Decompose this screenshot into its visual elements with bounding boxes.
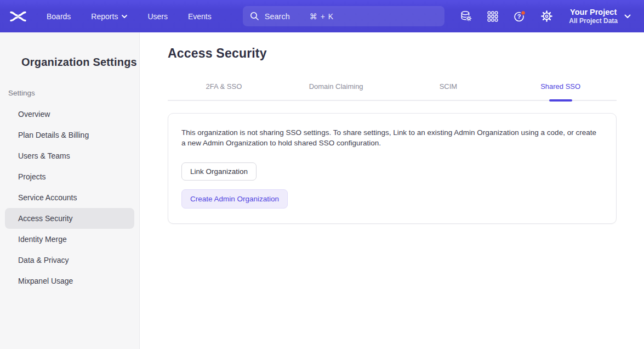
search-icon <box>250 12 259 21</box>
sidebar-title: Organization Settings <box>21 56 139 69</box>
apps-grid-icon[interactable] <box>486 10 499 23</box>
nav-right-group: ? Your Project All Project Data <box>459 7 631 25</box>
sidebar-nav: Overview Plan Details & Billing Users & … <box>0 104 139 291</box>
project-name: Your Project <box>569 7 618 17</box>
shared-sso-card: This organization is not sharing SSO set… <box>168 113 617 224</box>
svg-text:?: ? <box>517 13 521 20</box>
top-nav: Boards Reports Users Events ⌘ + K <box>0 0 644 32</box>
search-shortcut-hint: ⌘ + K <box>310 12 334 21</box>
sidebar-item-overview[interactable]: Overview <box>5 104 134 125</box>
project-switcher[interactable]: Your Project All Project Data <box>569 7 631 25</box>
page-title: Access Security <box>168 46 617 61</box>
sidebar-item-data-privacy[interactable]: Data & Privacy <box>5 250 134 271</box>
nav-item-label: Users <box>147 12 168 21</box>
main-content: Access Security 2FA & SSO Domain Claimin… <box>140 32 644 349</box>
sidebar-section-label: Settings <box>8 89 139 97</box>
help-icon[interactable]: ? <box>513 10 526 23</box>
sidebar-item-projects[interactable]: Projects <box>5 166 134 187</box>
sidebar-item-users-teams[interactable]: Users & Teams <box>5 145 134 166</box>
tab-scim[interactable]: SCIM <box>392 77 505 100</box>
nav-item-boards[interactable]: Boards <box>47 12 71 21</box>
nav-item-label: Reports <box>91 12 118 21</box>
data-management-icon[interactable] <box>459 10 472 23</box>
tab-2fa-sso[interactable]: 2FA & SSO <box>168 77 280 100</box>
primary-nav: Boards Reports Users Events <box>47 12 212 21</box>
nav-item-label: Events <box>188 12 212 21</box>
nav-item-events[interactable]: Events <box>188 12 212 21</box>
search-field[interactable] <box>265 12 304 21</box>
settings-gear-icon[interactable] <box>540 10 553 23</box>
notification-dot <box>521 10 526 15</box>
nav-item-label: Boards <box>47 12 71 21</box>
chevron-down-icon <box>122 15 127 18</box>
org-settings-sidebar: Organization Settings Settings Overview … <box>0 32 140 349</box>
tab-bar: 2FA & SSO Domain Claiming SCIM Shared SS… <box>168 77 617 101</box>
project-names: Your Project All Project Data <box>569 7 618 25</box>
create-admin-organization-button[interactable]: Create Admin Organization <box>181 189 288 209</box>
link-organization-button[interactable]: Link Organization <box>181 162 257 181</box>
sidebar-item-plan-details-billing[interactable]: Plan Details & Billing <box>5 125 134 145</box>
nav-item-users[interactable]: Users <box>147 12 168 21</box>
tab-domain-claiming[interactable]: Domain Claiming <box>280 77 392 100</box>
chevron-down-icon <box>624 14 631 19</box>
project-scope: All Project Data <box>569 17 618 25</box>
sidebar-item-identity-merge[interactable]: Identity Merge <box>5 229 134 250</box>
tab-shared-sso[interactable]: Shared SSO <box>504 77 617 100</box>
nav-item-reports[interactable]: Reports <box>91 12 127 21</box>
sidebar-item-mixpanel-usage[interactable]: Mixpanel Usage <box>5 271 134 291</box>
mixpanel-logo-icon[interactable] <box>10 10 26 22</box>
shared-sso-description: This organization is not sharing SSO set… <box>181 127 602 148</box>
sidebar-item-service-accounts[interactable]: Service Accounts <box>5 187 134 208</box>
sidebar-item-access-security[interactable]: Access Security <box>5 208 134 229</box>
search-input[interactable]: ⌘ + K <box>243 6 444 26</box>
